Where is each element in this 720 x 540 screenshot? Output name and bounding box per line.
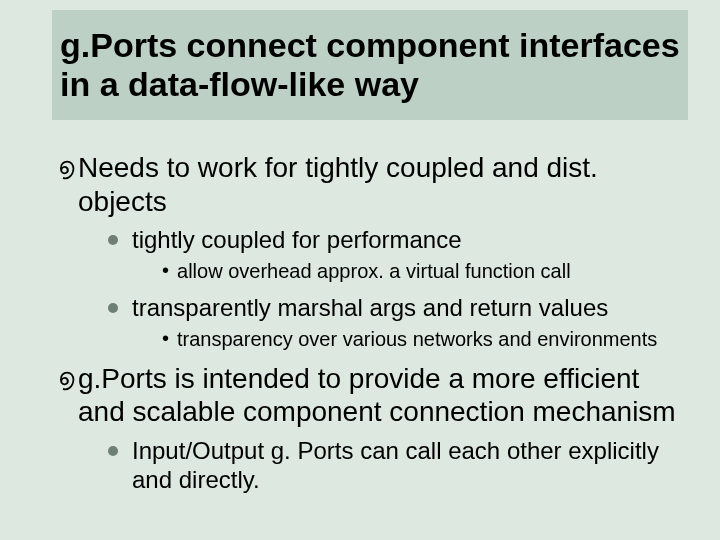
bullet-text: Needs to work for tightly coupled and di… [78,151,682,218]
bullet-level1: ൭ Needs to work for tightly coupled and … [58,151,682,218]
bullet-level3: • transparency over various networks and… [162,327,682,352]
bullet-level2: tightly coupled for performance [108,226,682,255]
bullet-dot-icon [108,303,118,313]
bullet-level3: • allow overhead approx. a virtual funct… [162,259,682,284]
bullet-glyph-lvl1: ൭ [58,154,74,178]
bullet-text: transparently marshal args and return va… [132,294,608,323]
bullet-level2: transparently marshal args and return va… [108,294,682,323]
bullet-text: g.Ports is intended to provide a more ef… [78,362,682,429]
slide: g.Ports connect component interfaces in … [0,0,720,540]
bullet-glyph-lvl3: • [162,259,169,282]
bullet-level1: ൭ g.Ports is intended to provide a more … [58,362,682,429]
title-band: g.Ports connect component interfaces in … [52,10,688,120]
bullet-text: tightly coupled for performance [132,226,462,255]
bullet-glyph-lvl3: • [162,327,169,350]
bullet-dot-icon [108,446,118,456]
bullet-text: Input/Output g. Ports can call each othe… [132,437,682,495]
bullet-level2: Input/Output g. Ports can call each othe… [108,437,682,495]
bullet-text: transparency over various networks and e… [177,327,657,352]
bullet-text: allow overhead approx. a virtual functio… [177,259,571,284]
bullet-glyph-lvl1: ൭ [58,365,74,389]
slide-body: ൭ Needs to work for tightly coupled and … [58,145,682,499]
slide-title: g.Ports connect component interfaces in … [52,20,688,110]
bullet-dot-icon [108,235,118,245]
